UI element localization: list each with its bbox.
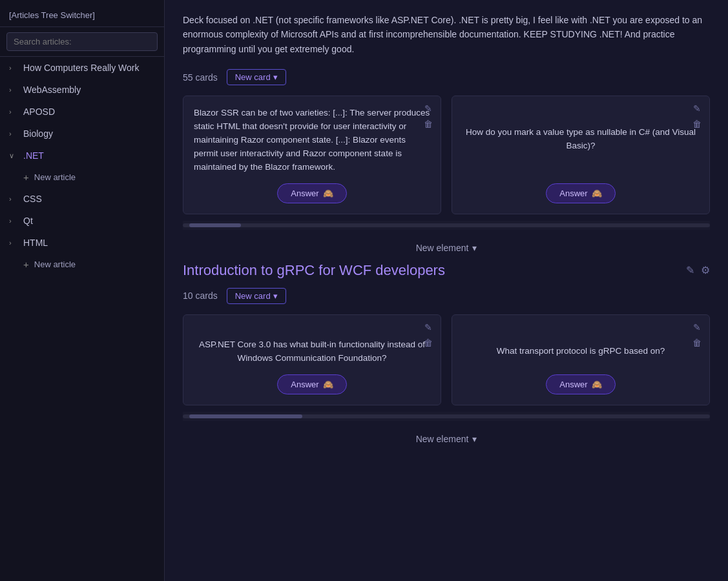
chevron-right-icon: › bbox=[9, 195, 19, 203]
card-3-answer-label: Answer bbox=[291, 380, 318, 389]
card-1: ✎ 🗑 Blazor SSR can be of two varieties: … bbox=[183, 96, 441, 214]
search-input[interactable] bbox=[6, 32, 158, 51]
sidebar-item-webassembly[interactable]: › WebAssembly bbox=[0, 79, 164, 101]
card-3-text: ASP.NET Core 3.0 has what built-in funct… bbox=[194, 325, 430, 365]
section2-edit-button[interactable]: ✎ bbox=[686, 264, 694, 276]
sidebar-title: [Articles Tree Switcher] bbox=[0, 0, 164, 27]
section2-new-card-button[interactable]: New card ▾ bbox=[227, 288, 286, 304]
sidebar-item-label: Biology bbox=[23, 128, 53, 139]
card-4-answer-label: Answer bbox=[559, 380, 587, 389]
chevron-dropdown-icon: ▾ bbox=[472, 434, 477, 444]
sidebar-item-label: WebAssembly bbox=[23, 85, 81, 95]
sidebar-item-css[interactable]: › CSS bbox=[0, 188, 164, 210]
sidebar-item-html[interactable]: › HTML bbox=[0, 232, 164, 254]
card-4-delete-button[interactable]: 🗑 bbox=[691, 337, 703, 349]
card-2-edit-button[interactable]: ✎ bbox=[691, 103, 703, 114]
card-1-text: Blazor SSR can be of two varieties: [...… bbox=[194, 107, 430, 174]
section2-scrollbar-thumb bbox=[189, 414, 302, 418]
section1-new-element-button[interactable]: New element ▾ bbox=[416, 243, 477, 253]
section1-new-card-button[interactable]: New card ▾ bbox=[227, 69, 286, 85]
chevron-right-icon: › bbox=[9, 239, 19, 247]
sidebar-item-qt[interactable]: › Qt bbox=[0, 210, 164, 232]
card-2-delete-button[interactable]: 🗑 bbox=[691, 118, 703, 130]
sidebar-item-dotnet[interactable]: ∨ .NET bbox=[0, 145, 164, 167]
answer-emoji: 🙈 bbox=[323, 380, 333, 389]
card-4: ✎ 🗑 What transport protocol is gRPC base… bbox=[452, 314, 710, 405]
plus-icon: + bbox=[23, 172, 29, 183]
chevron-dropdown-icon: ▾ bbox=[273, 291, 278, 301]
section2-new-element-label: New element bbox=[416, 434, 469, 444]
sidebar-item-label: APOSD bbox=[23, 107, 55, 117]
sidebar-item-label: How Computers Really Work bbox=[23, 63, 139, 73]
card-2-text: How do you mark a value type as nullable… bbox=[463, 107, 699, 174]
search-container bbox=[0, 27, 164, 57]
section2-scrollbar[interactable] bbox=[183, 412, 710, 421]
sidebar-subitem-new-article-dotnet[interactable]: + New article bbox=[0, 167, 164, 188]
section2-new-element-button[interactable]: New element ▾ bbox=[416, 434, 477, 444]
new-article-label: New article bbox=[34, 260, 76, 269]
section1-new-element-label: New element bbox=[416, 243, 469, 253]
section1-card-count: 55 cards bbox=[183, 72, 218, 83]
section1-scrollbar[interactable] bbox=[183, 221, 710, 230]
card-2-actions: ✎ 🗑 bbox=[691, 103, 703, 130]
card-4-text: What transport protocol is gRPC based on… bbox=[497, 325, 665, 365]
sidebar: [Articles Tree Switcher] › How Computers… bbox=[0, 0, 165, 581]
card-4-answer-button[interactable]: Answer 🙈 bbox=[546, 374, 615, 394]
card-1-edit-button[interactable]: ✎ bbox=[422, 103, 434, 114]
chevron-right-icon: › bbox=[9, 217, 19, 225]
section2-title-icons: ✎ ⚙ bbox=[686, 264, 710, 276]
answer-emoji: 🙈 bbox=[323, 189, 333, 198]
section1-cards-grid: ✎ 🗑 Blazor SSR can be of two varieties: … bbox=[183, 96, 710, 214]
answer-emoji: 🙈 bbox=[592, 189, 602, 198]
card-3-actions: ✎ 🗑 bbox=[422, 321, 434, 349]
card-4-actions: ✎ 🗑 bbox=[691, 321, 703, 349]
description-text: Deck focused on .NET (not specific frame… bbox=[183, 13, 710, 56]
chevron-right-icon: › bbox=[9, 108, 19, 116]
card-2-answer-label: Answer bbox=[559, 189, 587, 198]
sidebar-item-label: HTML bbox=[23, 238, 48, 248]
section2-title: Introduction to gRPC for WCF developers bbox=[183, 262, 445, 279]
card-1-answer-label: Answer bbox=[291, 189, 318, 198]
section1-scrollbar-track bbox=[183, 223, 710, 227]
card-3-delete-button[interactable]: 🗑 bbox=[422, 337, 434, 349]
chevron-right-icon: › bbox=[9, 86, 19, 94]
section2-title-row: Introduction to gRPC for WCF developers … bbox=[183, 262, 710, 279]
sidebar-item-how-computers[interactable]: › How Computers Really Work bbox=[0, 57, 164, 79]
section1-new-element-row: New element ▾ bbox=[183, 234, 710, 262]
sidebar-item-new-article-bottom[interactable]: + New article bbox=[0, 254, 164, 275]
section2-new-element-row: New element ▾ bbox=[183, 425, 710, 453]
plus-icon: + bbox=[23, 259, 29, 270]
section2-header: 10 cards New card ▾ bbox=[183, 288, 710, 304]
section2-cards-grid: ✎ 🗑 ASP.NET Core 3.0 has what built-in f… bbox=[183, 314, 710, 405]
card-3-edit-button[interactable]: ✎ bbox=[422, 321, 434, 333]
answer-emoji: 🙈 bbox=[592, 380, 602, 389]
sidebar-item-label: .NET bbox=[23, 150, 44, 161]
sidebar-item-biology[interactable]: › Biology bbox=[0, 123, 164, 145]
card-3: ✎ 🗑 ASP.NET Core 3.0 has what built-in f… bbox=[183, 314, 441, 405]
sidebar-item-aposd[interactable]: › APOSD bbox=[0, 101, 164, 123]
chevron-right-icon: › bbox=[9, 64, 19, 72]
chevron-dropdown-icon: ▾ bbox=[273, 72, 278, 82]
new-article-label: New article bbox=[34, 172, 76, 182]
chevron-down-icon: ∨ bbox=[9, 152, 19, 160]
card-2-answer-button[interactable]: Answer 🙈 bbox=[546, 183, 615, 203]
section2-scrollbar-track bbox=[183, 414, 710, 418]
card-1-actions: ✎ 🗑 bbox=[422, 103, 434, 130]
chevron-right-icon: › bbox=[9, 130, 19, 138]
card-1-delete-button[interactable]: 🗑 bbox=[422, 118, 434, 130]
section1-header: 55 cards New card ▾ bbox=[183, 69, 710, 85]
main-content: Deck focused on .NET (not specific frame… bbox=[165, 0, 728, 581]
card-4-edit-button[interactable]: ✎ bbox=[691, 321, 703, 333]
section1-scrollbar-thumb bbox=[189, 223, 241, 227]
section2-settings-button[interactable]: ⚙ bbox=[701, 264, 710, 276]
chevron-dropdown-icon: ▾ bbox=[472, 243, 477, 253]
card-3-answer-button[interactable]: Answer 🙈 bbox=[277, 374, 346, 394]
section2-card-count: 10 cards bbox=[183, 290, 218, 301]
sidebar-item-label: Qt bbox=[23, 216, 33, 226]
sidebar-item-label: CSS bbox=[23, 194, 42, 204]
section2-new-card-label: New card bbox=[235, 291, 271, 301]
section1-new-card-label: New card bbox=[235, 72, 271, 82]
card-1-answer-button[interactable]: Answer 🙈 bbox=[277, 183, 346, 203]
card-2: ✎ 🗑 How do you mark a value type as null… bbox=[452, 96, 710, 214]
